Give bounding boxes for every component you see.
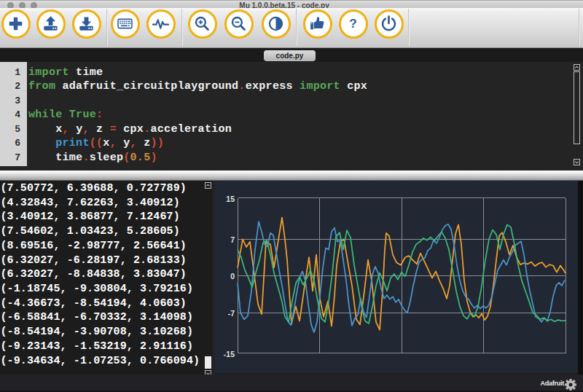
svg-text:?: ? bbox=[349, 16, 357, 31]
